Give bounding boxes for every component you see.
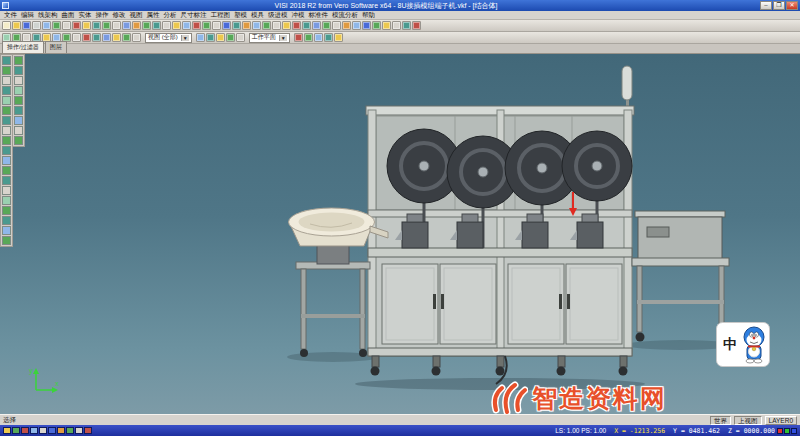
menu-item[interactable]: 帮助 <box>360 11 377 20</box>
workplane-dropdown[interactable]: 工作平面 ▼ <box>249 33 290 43</box>
status-tool-icon[interactable] <box>12 427 20 434</box>
menu-item[interactable]: 模具 <box>249 11 266 20</box>
minimize-button[interactable]: – <box>760 1 772 10</box>
tool-icon[interactable] <box>312 21 321 30</box>
tool-icon[interactable] <box>412 21 421 30</box>
panel-tab[interactable]: 图层 <box>45 41 67 53</box>
menu-item[interactable]: 级进模 <box>266 11 290 20</box>
tool-icon[interactable] <box>14 136 23 145</box>
coordinate-system-indicator[interactable]: 世界 <box>710 416 731 425</box>
tool-icon[interactable] <box>402 21 411 30</box>
tool-icon[interactable] <box>252 21 261 30</box>
tool-icon[interactable] <box>82 33 91 42</box>
tool-icon[interactable] <box>2 206 11 215</box>
close-button[interactable]: ✕ <box>786 1 798 10</box>
save-icon[interactable] <box>22 21 31 30</box>
tool-icon[interactable] <box>132 33 141 42</box>
tool-icon[interactable] <box>242 21 251 30</box>
tool-icon[interactable] <box>62 21 71 30</box>
tool-icon[interactable] <box>112 33 121 42</box>
tool-icon[interactable] <box>2 236 11 245</box>
menu-item[interactable]: 曲面 <box>60 11 77 20</box>
status-tool-icon[interactable] <box>3 427 11 434</box>
tool-icon[interactable] <box>202 21 211 30</box>
tool-icon[interactable] <box>2 56 11 65</box>
tool-icon[interactable] <box>82 21 91 30</box>
tool-icon[interactable] <box>2 106 11 115</box>
status-tool-icon[interactable] <box>30 427 38 434</box>
status-tool-icon[interactable] <box>75 427 83 434</box>
tool-icon[interactable] <box>14 66 23 75</box>
menu-item[interactable]: 操作 <box>94 11 111 20</box>
status-tool-icon[interactable] <box>84 427 92 434</box>
status-tool-icon[interactable] <box>21 427 29 434</box>
tool-icon[interactable] <box>352 21 361 30</box>
menu-item[interactable]: 视图 <box>128 11 145 20</box>
status-tool-icon[interactable] <box>66 427 74 434</box>
tool-icon[interactable] <box>206 33 215 42</box>
tool-icon[interactable] <box>236 33 245 42</box>
menu-item[interactable]: 分析 <box>162 11 179 20</box>
tool-icon[interactable] <box>14 56 23 65</box>
tool-icon[interactable] <box>382 21 391 30</box>
tool-icon[interactable] <box>2 126 11 135</box>
layer-indicator[interactable]: LAYER0 <box>765 416 797 425</box>
tool-icon[interactable] <box>42 21 51 30</box>
tool-icon[interactable] <box>182 21 191 30</box>
tool-icon[interactable] <box>142 21 151 30</box>
tool-icon[interactable] <box>14 126 23 135</box>
tool-icon[interactable] <box>334 33 343 42</box>
tool-icon[interactable] <box>314 33 323 42</box>
menu-item[interactable]: 实体 <box>77 11 94 20</box>
panel-tab[interactable]: 操作/过滤器 <box>2 41 44 53</box>
tool-icon[interactable] <box>302 21 311 30</box>
tool-icon[interactable] <box>2 66 11 75</box>
tool-icon[interactable] <box>14 116 23 125</box>
menu-item[interactable]: 文件 <box>2 11 19 20</box>
tool-icon[interactable] <box>92 33 101 42</box>
open-folder-icon[interactable] <box>12 21 21 30</box>
menu-item[interactable]: 属性 <box>145 11 162 20</box>
tool-icon[interactable] <box>292 21 301 30</box>
tool-icon[interactable] <box>192 21 201 30</box>
tool-icon[interactable] <box>2 86 11 95</box>
tool-icon[interactable] <box>112 21 121 30</box>
tool-icon[interactable] <box>2 76 11 85</box>
tool-icon[interactable] <box>332 21 341 30</box>
status-tool-icon[interactable] <box>39 427 47 434</box>
tool-icon[interactable] <box>2 176 11 185</box>
tool-icon[interactable] <box>2 186 11 195</box>
tool-icon[interactable] <box>2 136 11 145</box>
menu-item[interactable]: 模流分析 <box>330 11 360 20</box>
tool-icon[interactable] <box>262 21 271 30</box>
tool-icon[interactable] <box>162 21 171 30</box>
status-indicator-icon[interactable] <box>784 428 790 434</box>
tool-icon[interactable] <box>304 33 313 42</box>
tool-icon[interactable] <box>2 116 11 125</box>
maximize-button[interactable]: ❐ <box>773 1 785 10</box>
view-selector-dropdown[interactable]: 视图 (全部) ▼ <box>145 33 192 43</box>
tool-icon[interactable] <box>272 21 281 30</box>
status-indicator-icon[interactable] <box>777 428 783 434</box>
tool-icon[interactable] <box>122 21 131 30</box>
tool-icon[interactable] <box>14 86 23 95</box>
tool-icon[interactable] <box>102 33 111 42</box>
status-tool-icon[interactable] <box>48 427 56 434</box>
tool-icon[interactable] <box>226 33 235 42</box>
tool-icon[interactable] <box>92 21 101 30</box>
tool-icon[interactable] <box>362 21 371 30</box>
tool-icon[interactable] <box>196 33 205 42</box>
print-icon[interactable] <box>32 21 41 30</box>
tool-icon[interactable] <box>2 216 11 225</box>
menu-item[interactable]: 塑模 <box>232 11 249 20</box>
tool-icon[interactable] <box>2 146 11 155</box>
tool-icon[interactable] <box>172 21 181 30</box>
tool-icon[interactable] <box>282 21 291 30</box>
menu-item[interactable]: 尺寸标注 <box>179 11 209 20</box>
tool-icon[interactable] <box>14 76 23 85</box>
tool-icon[interactable] <box>102 21 111 30</box>
tool-icon[interactable] <box>2 166 11 175</box>
tool-icon[interactable] <box>14 106 23 115</box>
menu-item[interactable]: 冲模 <box>290 11 307 20</box>
tool-icon[interactable] <box>2 156 11 165</box>
